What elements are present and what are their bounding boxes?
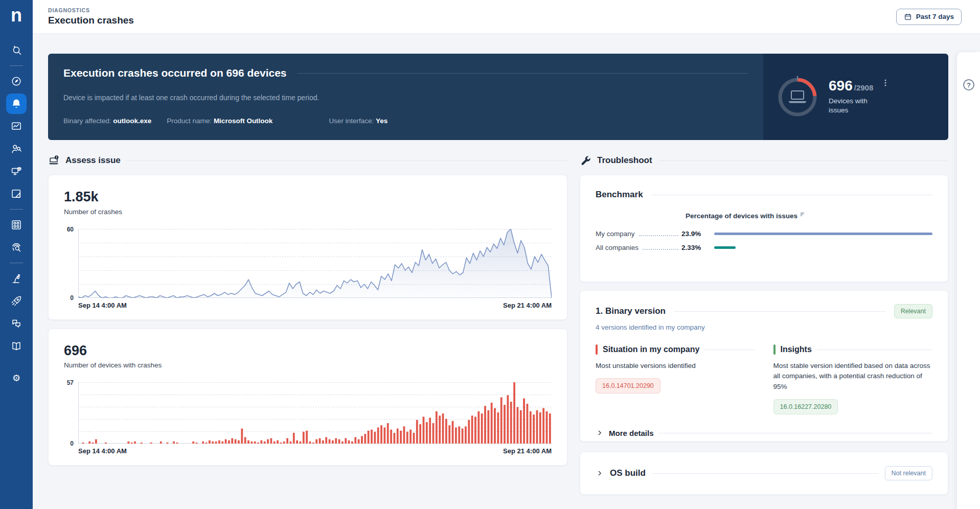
stable-version-chip: 16.0.16227.20280 [773, 399, 838, 414]
wrench-icon [580, 155, 591, 166]
fact-value: outlook.exe [113, 117, 151, 125]
title-rule [817, 350, 932, 350]
gauge-ring [776, 75, 819, 119]
sidebar-divider [10, 209, 23, 210]
banner-info: Execution crashes occurred on 696 device… [48, 54, 763, 140]
crashes-metric: 1.85k [64, 190, 552, 205]
sidebar-item-fingerprint-search[interactable] [6, 237, 27, 258]
benchmark-title: Benchmark [596, 190, 643, 200]
more-details-toggle[interactable]: More details [596, 429, 932, 437]
kebab-menu-icon[interactable] [881, 79, 890, 89]
title-rule [704, 350, 755, 350]
more-details-label: More details [609, 429, 654, 437]
page-heading: DIAGNOSTICS Execution crashes [48, 7, 134, 26]
situation-desc: Most unstable versions identified [596, 361, 755, 371]
sidebar-item-person-search[interactable] [6, 138, 27, 159]
situation-column: Situation in my company Most unstable ve… [596, 344, 755, 414]
devices-total: /2908 [854, 83, 874, 92]
row-value: 2.33% [681, 244, 714, 251]
help-icon[interactable]: ? [963, 79, 975, 509]
sidebar-item-note-edit[interactable] [6, 183, 27, 204]
fact-label: Product name: [167, 117, 214, 125]
section-title-assess: Assess issue [65, 155, 121, 166]
devices-metric: 696 [64, 343, 552, 359]
benchmark-table: Percentage of devices with issues My com… [596, 212, 932, 254]
book-icon [11, 340, 22, 352]
section-rule [658, 160, 948, 161]
title-rule [652, 473, 879, 474]
banner-title: Execution crashes occurred on 696 device… [63, 67, 287, 79]
x-start-label: Sep 14 4:00 AM [78, 447, 127, 455]
content: Execution crashes occurred on 696 device… [33, 34, 980, 495]
red-accent-bar [596, 344, 598, 355]
sidebar-item-gear[interactable]: ⚙ [6, 368, 27, 388]
laptop-icon [789, 91, 806, 103]
device-cube-icon [11, 166, 22, 177]
benchmark-card: Benchmark Percentage of devices with iss… [580, 175, 948, 282]
section-rule [127, 160, 567, 161]
page: n ⚙ DIAGNOSTICS Execution crashes Past 7… [0, 0, 980, 509]
banner-subtitle: Device is impacted if at least one crash… [63, 94, 748, 102]
crashes-chart-card: 1.85k Number of crashes 60 0 Sep 14 4:00… [48, 175, 567, 320]
devices-chart-card: 696 Number of devices with crashes 57 0 … [48, 329, 567, 466]
not-relevant-badge: Not relevant [885, 466, 932, 480]
robot-arm-icon [11, 273, 22, 284]
date-range-label: Past 7 days [916, 13, 954, 20]
sidebar-item-search-sparkle[interactable] [6, 40, 27, 60]
devices-caption: Devices with issues [829, 97, 885, 115]
devices-with-issues-panel: 696 /2908 Devices with issues [763, 54, 948, 140]
chat-bubbles-icon [11, 318, 22, 329]
os-build-card[interactable]: OS build Not relevant [580, 452, 948, 495]
x-axis-labels: Sep 14 4:00 AM Sep 21 4:00 AM [78, 447, 552, 465]
devices-stat: 696 /2908 Devices with issues [829, 79, 890, 115]
row-label: All companies [596, 244, 639, 251]
chevron-right-icon [596, 469, 604, 477]
fact-label: Binary affected: [63, 117, 113, 125]
summary-banner: Execution crashes occurred on 696 device… [48, 54, 948, 140]
title-rule [674, 311, 886, 312]
relevant-badge: Relevant [894, 304, 932, 318]
os-build-title: OS build [610, 468, 646, 478]
y-axis-labels: 57 0 [64, 382, 78, 444]
expand-rule [659, 433, 932, 433]
help-rail: ? [957, 52, 980, 509]
devices-with-issues-count: 696 [829, 79, 853, 93]
sidebar-item-monitor-chart[interactable] [6, 116, 27, 136]
binary-version-title: 1. Binary version [596, 306, 666, 316]
sidebar-item-bell[interactable] [6, 94, 27, 114]
fact-binary: Binary affected: outlook.exe [63, 117, 151, 125]
nexthink-logo[interactable]: n [5, 4, 28, 27]
breadcrumb: DIAGNOSTICS [48, 7, 134, 13]
fact-ui: User interface: Yes [329, 117, 388, 125]
devices-gauge [776, 75, 819, 119]
fact-product: Product name: Microsoft Outlook [167, 117, 272, 125]
laptop-alert-icon [48, 155, 59, 166]
insights-desc: Most stable version identified based on … [773, 361, 933, 392]
y-max-label: 60 [67, 226, 74, 233]
fact-label: User interface: [329, 117, 376, 125]
sidebar-item-device-cube[interactable] [6, 161, 27, 181]
sidebar-item-robot-arm[interactable] [6, 268, 27, 289]
sidebar-item-apps-grid[interactable] [6, 215, 27, 235]
binary-version-subtitle: 4 versions identified in my company [596, 323, 932, 331]
calendar-icon [904, 13, 912, 21]
sidebar-nav: ⚙ [6, 39, 27, 389]
date-range-button[interactable]: Past 7 days [896, 9, 962, 25]
banner-divider [297, 73, 748, 74]
benchmark-row-my-company: My company 23.9% [596, 227, 932, 241]
sidebar-item-book[interactable] [6, 336, 27, 356]
sidebar-item-compass[interactable] [6, 71, 27, 91]
sidebar-item-chat-bubbles[interactable] [6, 313, 27, 334]
sidebar: n ⚙ [0, 0, 33, 509]
assess-issue-column: Assess issue 1.85k Number of crashes 60 … [48, 154, 567, 495]
x-start-label: Sep 14 4:00 AM [78, 302, 127, 309]
fingerprint-search-icon [11, 242, 22, 253]
y-min-label: 0 [70, 440, 74, 447]
title-rule [651, 195, 932, 195]
binary-version-card: 1. Binary version Relevant 4 versions id… [580, 290, 948, 442]
dotted-leader [639, 235, 678, 236]
fact-value: Microsoft Outlook [214, 117, 273, 125]
assess-issue-header: Assess issue [48, 154, 567, 167]
sidebar-item-rocket[interactable] [6, 291, 27, 311]
sidebar-divider [10, 263, 23, 263]
